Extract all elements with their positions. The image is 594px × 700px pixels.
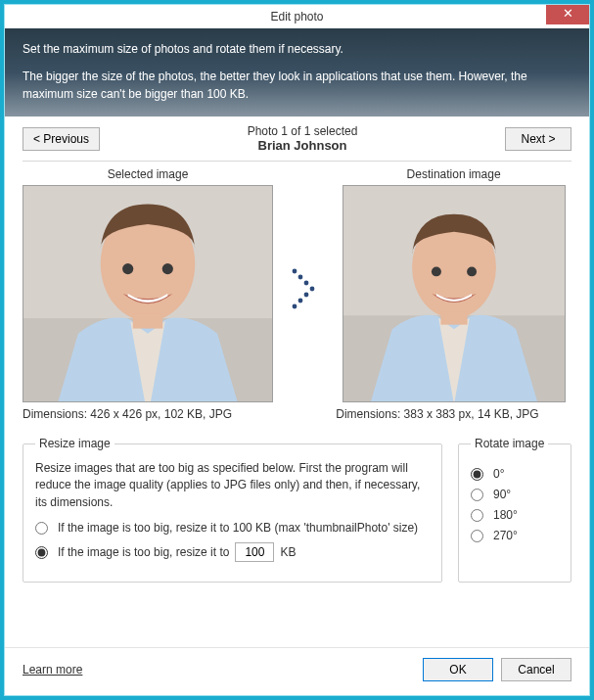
edit-photo-dialog: Edit photo ✕ Set the maximum size of pho… [4, 4, 590, 696]
learn-more-link[interactable]: Learn more [23, 663, 82, 677]
resize-option-custom[interactable]: If the image is too big, resize it to KB [35, 542, 430, 562]
banner-line-2: The bigger the size of the photos, the b… [23, 68, 571, 103]
selected-image [23, 185, 273, 402]
resize-option-custom-prefix: If the image is too big, resize it to [58, 545, 229, 559]
svg-point-11 [298, 299, 303, 303]
svg-point-7 [298, 275, 303, 280]
rotate-label-90: 90° [493, 488, 511, 501]
selected-image-dimensions: Dimensions: 426 x 426 px, 102 KB, JPG [23, 407, 273, 421]
svg-point-4 [162, 263, 173, 274]
destination-image [343, 185, 566, 402]
rotate-option-180[interactable]: 180° [471, 508, 559, 522]
rotate-option-270[interactable]: 270° [471, 529, 559, 542]
rotate-legend: Rotate image [471, 437, 548, 450]
titlebar: Edit photo ✕ [5, 5, 589, 28]
selected-image-column: Selected image Dimensions: 426 x 426 px, [23, 167, 273, 421]
person-name: Brian Johnson [100, 138, 505, 153]
resize-radio-100kb[interactable] [35, 522, 48, 535]
resize-radio-custom[interactable] [35, 546, 48, 559]
info-banner: Set the maximum size of photos and rotat… [5, 28, 589, 117]
resize-option-100kb-label: If the image is too big, resize it to 10… [58, 521, 418, 535]
rotate-radio-180[interactable] [471, 509, 483, 522]
resize-option-custom-suffix: KB [280, 545, 296, 559]
rotate-radio-0[interactable] [471, 468, 483, 481]
rotate-label-180: 180° [493, 508, 518, 522]
dialog-footer: Learn more OK Cancel [5, 647, 589, 695]
svg-point-3 [122, 263, 133, 274]
svg-point-9 [310, 287, 315, 292]
controls-row: Resize image Resize images that are too … [5, 437, 589, 583]
svg-point-12 [293, 304, 297, 309]
rotate-radio-90[interactable] [471, 489, 483, 501]
resize-option-100kb[interactable]: If the image is too big, resize it to 10… [35, 521, 430, 535]
arrow-icon [291, 167, 318, 410]
rotate-label-270: 270° [493, 529, 518, 542]
nav-center: Photo 1 of 1 selected Brian Johnson [100, 124, 505, 153]
svg-point-10 [304, 293, 309, 298]
close-button[interactable]: ✕ [546, 5, 589, 24]
previous-button[interactable]: < Previous [23, 127, 100, 151]
rotate-option-90[interactable]: 90° [471, 488, 559, 501]
svg-point-6 [293, 269, 297, 274]
destination-image-column: Destination image Dimensions: 383 x 383 … [336, 167, 571, 421]
photo-counter: Photo 1 of 1 selected [100, 124, 505, 138]
ok-button[interactable]: OK [423, 658, 493, 681]
rotate-option-0[interactable]: 0° [471, 467, 559, 481]
window-title: Edit photo [270, 10, 323, 23]
destination-image-label: Destination image [336, 167, 571, 181]
nav-row: < Previous Photo 1 of 1 selected Brian J… [5, 117, 589, 161]
rotate-radio-270[interactable] [471, 530, 483, 542]
svg-rect-5 [133, 313, 162, 328]
banner-line-1: Set the maximum size of photos and rotat… [23, 40, 571, 58]
compare-row: Selected image Dimensions: 426 x 426 px, [5, 162, 589, 431]
cancel-button[interactable]: Cancel [501, 658, 571, 681]
resize-size-input[interactable] [235, 542, 274, 562]
svg-point-8 [304, 281, 309, 286]
selected-image-label: Selected image [23, 167, 273, 181]
destination-image-dimensions: Dimensions: 383 x 383 px, 14 KB, JPG [336, 407, 571, 421]
rotate-image-group: Rotate image 0° 90° 180° 270° [458, 437, 571, 583]
resize-legend: Resize image [35, 437, 114, 450]
svg-point-17 [467, 266, 477, 276]
svg-rect-18 [440, 311, 467, 325]
resize-description: Resize images that are too big as specif… [35, 460, 430, 511]
person-photo-icon [343, 186, 565, 401]
rotate-label-0: 0° [493, 467, 504, 481]
person-photo-icon [23, 186, 272, 401]
svg-point-16 [432, 266, 441, 276]
next-button[interactable]: Next > [505, 127, 571, 151]
resize-image-group: Resize image Resize images that are too … [23, 437, 442, 583]
